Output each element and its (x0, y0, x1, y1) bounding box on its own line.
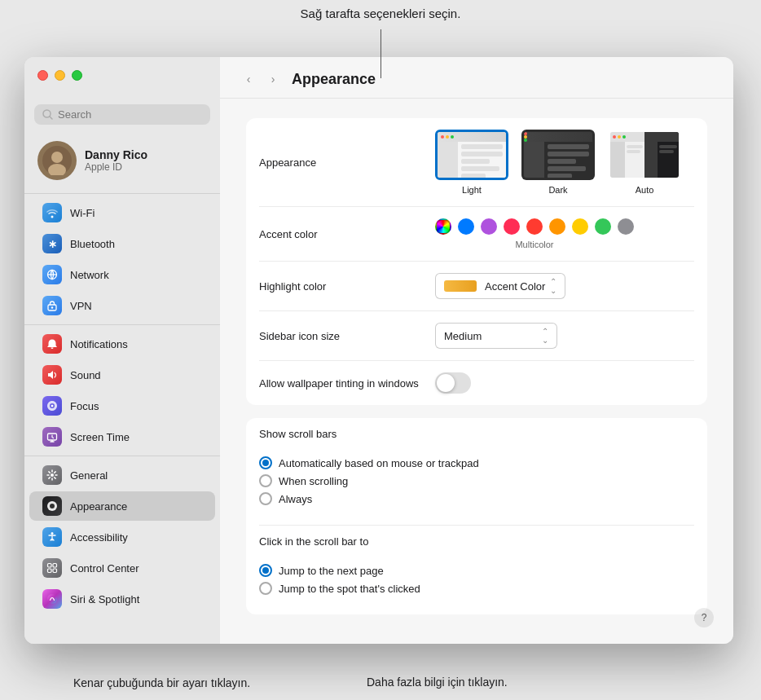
appearance-option-dark[interactable]: Dark (521, 130, 595, 195)
accessibility-icon (42, 527, 62, 547)
controlcenter-icon (42, 558, 62, 578)
scroll-always-option[interactable]: Always (259, 492, 694, 505)
sidebar-item-vpn[interactable]: VPN (29, 291, 215, 320)
annotation-bottom-left: Kenar çubuğunda bir ayarı tıklayın. (73, 675, 250, 692)
search-bar[interactable] (34, 104, 210, 125)
accent-multicolor[interactable] (435, 218, 451, 235)
light-label: Light (462, 185, 482, 195)
accent-graphite[interactable] (618, 218, 634, 235)
svg-rect-17 (48, 564, 52, 568)
sidebar-icon-size-label: Sidebar icon size (259, 330, 422, 342)
accent-color-swatches (435, 218, 634, 235)
appearance-section-card: Appearance (246, 118, 707, 405)
accent-green[interactable] (595, 218, 611, 235)
sidebar-icon-size-value: Medium (444, 330, 482, 342)
search-input[interactable] (58, 108, 202, 121)
wallpaper-tinting-toggle[interactable] (435, 372, 471, 394)
sidebar-item-controlcenter[interactable]: Control Center (29, 553, 215, 583)
appearance-option-light[interactable]: Light (435, 130, 508, 195)
vpn-icon (42, 296, 62, 315)
appearance-row: Appearance (259, 118, 694, 207)
highlight-color-row: Highlight color Accent Color ⌃⌄ (259, 262, 694, 311)
appearance-option-auto[interactable]: Auto (608, 130, 681, 195)
accent-pink[interactable] (504, 218, 520, 235)
sidebar-item-network[interactable]: Network (29, 260, 215, 289)
wallpaper-tinting-row: Allow wallpaper tinting in windows (259, 361, 694, 405)
scroll-scrolling-radio[interactable] (259, 474, 272, 487)
scroll-auto-option[interactable]: Automatically based on mouse or trackpad (259, 456, 694, 469)
minimize-button[interactable] (55, 70, 65, 81)
click-next-page-radio[interactable] (259, 564, 272, 577)
show-scroll-bars-options: Automatically based on mouse or trackpad… (259, 447, 694, 515)
toggle-knob (437, 374, 455, 392)
scroll-auto-label: Automatically based on mouse or trackpad (279, 457, 479, 469)
back-button[interactable]: ‹ (240, 70, 257, 88)
user-info: Danny Rico Apple ID (85, 148, 147, 173)
sidebar-item-screentime[interactable]: Screen Time (29, 422, 215, 451)
sidebar-item-wifi[interactable]: Wi-Fi (29, 198, 215, 227)
help-button[interactable]: ? (694, 608, 714, 627)
user-name: Danny Rico (85, 148, 147, 161)
sidebar-item-focus[interactable]: Focus (29, 391, 215, 420)
annotation-top: Sağ tarafta seçenekleri seçin. (0, 7, 761, 20)
bluetooth-icon: ∗ (42, 234, 62, 253)
auto-label: Auto (636, 185, 654, 195)
focus-icon (42, 396, 62, 416)
highlight-color-dropdown[interactable]: Accent Color ⌃⌄ (435, 273, 565, 299)
main-content: ‹ › Appearance Appearance (220, 57, 733, 644)
sidebar-item-siri[interactable]: Siri & Spotlight (29, 584, 215, 614)
sidebar-icon-size-dropdown[interactable]: Medium ⌃⌄ (435, 323, 557, 349)
appearance-label: Appearance (259, 156, 422, 169)
accent-orange[interactable] (549, 218, 565, 235)
sidebar-item-accessibility-label: Accessibility (70, 531, 128, 544)
appearance-thumb-light (435, 130, 508, 180)
wallpaper-tinting-label: Allow wallpaper tinting in windows (259, 377, 422, 390)
accent-selected-label: Multicolor (435, 240, 634, 249)
accent-red[interactable] (526, 218, 543, 235)
sidebar-divider-2 (24, 324, 220, 325)
sidebar-size-dropdown-chevron: ⌃⌄ (542, 327, 548, 345)
traffic-lights (37, 70, 82, 81)
click-spot-radio[interactable] (259, 582, 272, 595)
sidebar-item-accessibility[interactable]: Accessibility (29, 522, 215, 552)
scroll-auto-radio[interactable] (259, 456, 272, 469)
forward-button[interactable]: › (264, 70, 282, 88)
user-profile[interactable]: Danny Rico Apple ID (24, 134, 220, 190)
sidebar-item-bluetooth[interactable]: ∗ Bluetooth (29, 229, 215, 258)
content-header: ‹ › Appearance (220, 57, 733, 99)
accent-color-control: Multicolor (435, 218, 694, 249)
scroll-bars-section-card: Show scroll bars Automatically based on … (246, 418, 707, 614)
scroll-always-radio[interactable] (259, 492, 272, 505)
annotation-bottom-right: Daha fazla bilgi için tıklayın. (367, 676, 508, 689)
highlight-dropdown-chevron: ⌃⌄ (550, 277, 556, 295)
svg-point-21 (47, 594, 57, 604)
sidebar-item-appearance-label: Appearance (70, 500, 127, 513)
sidebar-item-wifi-label: Wi-Fi (70, 207, 95, 219)
maximize-button[interactable] (72, 70, 82, 81)
search-icon (42, 109, 53, 120)
click-next-page-option[interactable]: Jump to the next page (259, 564, 694, 577)
accent-yellow[interactable] (572, 218, 588, 235)
sidebar-item-notifications[interactable]: Notifications (29, 329, 215, 359)
click-scroll-bar-section: Click in the scroll bar to Jump to the n… (259, 526, 694, 614)
svg-rect-19 (48, 569, 52, 573)
sidebar-item-focus-label: Focus (70, 400, 99, 412)
content-body: Appearance (220, 99, 733, 644)
sidebar-item-appearance[interactable]: Appearance (29, 491, 215, 521)
accent-blue[interactable] (458, 218, 474, 235)
sidebar-item-general-label: General (70, 469, 108, 482)
user-sub: Apple ID (85, 161, 147, 173)
scroll-scrolling-option[interactable]: When scrolling (259, 474, 694, 487)
sidebar-item-general[interactable]: General (29, 460, 215, 490)
close-button[interactable] (37, 70, 48, 81)
highlight-color-control: Accent Color ⌃⌄ (435, 273, 694, 299)
scroll-always-label: Always (279, 493, 312, 505)
appearance-thumb-dark (521, 130, 595, 180)
click-spot-label: Jump to the spot that's clicked (279, 583, 420, 595)
accent-purple[interactable] (481, 218, 497, 235)
click-spot-option[interactable]: Jump to the spot that's clicked (259, 582, 694, 595)
sidebar-item-siri-label: Siri & Spotlight (70, 593, 139, 605)
sidebar: Danny Rico Apple ID Wi-Fi ∗ Bluetooth (24, 57, 220, 644)
network-icon (42, 265, 62, 284)
sidebar-item-sound[interactable]: Sound (29, 360, 215, 390)
